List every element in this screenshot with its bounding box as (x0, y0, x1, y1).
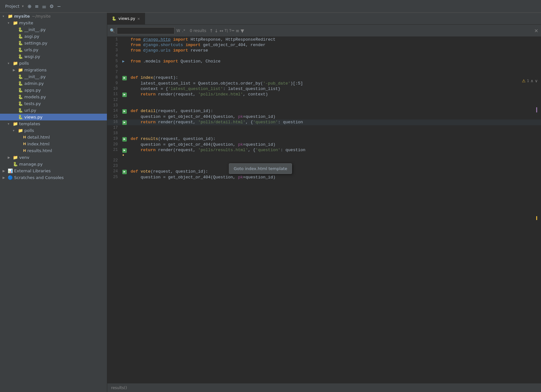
search-option2-button[interactable]: T↔ (229, 29, 234, 33)
code-line-6: 6 (107, 64, 541, 69)
tree-file-views[interactable]: 🐍 views.py (0, 114, 107, 120)
line-gutter: ▶ (122, 169, 129, 175)
line-gutter (122, 37, 129, 42)
goto-template-tooltip[interactable]: Goto index.html template (229, 163, 292, 174)
file-tree: ▾ 📁 mysite ~/mysite ▾ 📁 mysite 🐍 __init_… (0, 13, 107, 392)
search-regex-button[interactable]: .* (182, 29, 185, 33)
line-number: 25 (107, 175, 122, 180)
line-number: 3 (107, 48, 122, 53)
tree-file-detail-html[interactable]: H detail.html (0, 134, 107, 141)
scroll-up-arrow[interactable]: ∧ (530, 78, 534, 83)
tree-label: views.py (24, 115, 43, 119)
tree-folder-polls[interactable]: ▾ 📁 polls (0, 60, 107, 67)
code-line-12: 12 (107, 97, 541, 103)
tree-label: tests.py (24, 101, 41, 106)
main-layout: ▾ 📁 mysite ~/mysite ▾ 📁 mysite 🐍 __init_… (0, 13, 541, 392)
search-option1-button[interactable]: T| (225, 29, 228, 33)
tree-scratches-consoles[interactable]: ▶ 🔵 Scratches and Consoles (0, 174, 107, 181)
search-up-button[interactable]: ↑ (209, 28, 213, 33)
line-number: 23 (107, 163, 122, 169)
tree-label: polls (19, 61, 29, 66)
tab-close-button[interactable]: × (137, 17, 140, 21)
line-gutter (122, 86, 129, 92)
line-gutter (122, 53, 129, 59)
code-line-18: 18 (107, 131, 541, 136)
line-gutter (122, 97, 129, 103)
line-number: 19 (107, 136, 122, 142)
tree-label: venv (19, 155, 29, 160)
status-text: results() (111, 386, 127, 390)
tree-file-asgi[interactable]: 🐍 asgi.py (0, 33, 107, 40)
tree-folder-migrations[interactable]: ▶ 📁 migrations (0, 67, 107, 73)
line-gutter (122, 163, 129, 169)
code-editor[interactable]: ⚠ 1 ∧ ∨ 1 from django.http import HttpRe… (107, 37, 541, 383)
tree-file-wsgi[interactable]: 🐍 wsgi.py (0, 53, 107, 60)
tree-file-tests[interactable]: 🐍 tests.py (0, 100, 107, 107)
code-line-8: 8 ▶ def index(request): (107, 75, 541, 81)
tree-file-url[interactable]: 🐍 url.py (0, 107, 107, 114)
tab-views-py[interactable]: 🐍 views.py × (107, 13, 145, 24)
run-icon: ▶ (122, 76, 127, 80)
project-dropdown-arrow[interactable]: ▾ (22, 4, 24, 8)
settings-icon[interactable]: ⚙ (50, 4, 54, 9)
tree-file-manage[interactable]: 🐍 manage.py (0, 161, 107, 167)
tree-folder-mysite[interactable]: ▾ 📁 mysite (0, 20, 107, 26)
code-table: 1 from django.http import HttpResponse, … (107, 37, 541, 180)
search-modifier-w[interactable]: W (176, 29, 180, 33)
collapse-all-icon[interactable]: ⚌ (42, 4, 46, 9)
search-down-button[interactable]: ↓ (214, 28, 218, 33)
tree-file-models[interactable]: 🐍 models.py (0, 94, 107, 100)
add-icon[interactable]: ⊕ (28, 4, 32, 9)
tree-label: mysite (19, 20, 33, 25)
tree-file-settings[interactable]: 🐍 settings.py (0, 40, 107, 46)
search-filter-button[interactable]: ▼ (241, 28, 244, 33)
run-icon: ▶ (122, 137, 127, 142)
project-label[interactable]: Project (5, 4, 19, 9)
tree-folder-templates[interactable]: ▾ 📁 templates (0, 120, 107, 127)
tree-file-apps[interactable]: 🐍 apps.py (0, 87, 107, 94)
tree-label: asgi.py (24, 34, 39, 39)
search-option3-button[interactable]: ≡ (236, 28, 239, 33)
run-icon: ▶ (122, 120, 127, 125)
line-content: question = get_object_or_404(Question, p… (129, 114, 541, 119)
line-content (129, 163, 541, 169)
code-line-13: 13 (107, 103, 541, 108)
hide-panel-icon[interactable]: − (57, 4, 61, 9)
tab-bar: 🐍 views.py × (107, 13, 541, 25)
line-gutter: ▶ (122, 136, 129, 142)
tree-file-admin[interactable]: 🐍 admin.py (0, 80, 107, 87)
search-navigation: ↑ ↓ ↔ T| T↔ ≡ ▼ (209, 28, 244, 33)
scroll-down-arrow[interactable]: ∨ (535, 78, 538, 83)
tree-folder-polls-templates[interactable]: ▾ 📁 polls (0, 127, 107, 134)
line-content: return render(request, 'polls/results.ht… (129, 147, 541, 158)
line-number: 17 (107, 125, 122, 131)
line-gutter (122, 81, 129, 86)
tree-label: models.py (24, 94, 46, 99)
tree-file-init-polls[interactable]: 🐍 __init__.py (0, 73, 107, 80)
tree-file-index-html[interactable]: H index.html (0, 141, 107, 147)
tree-external-libraries[interactable]: ▶ 📊 External Libraries (0, 167, 107, 174)
code-line-17: 17 (107, 125, 541, 131)
tree-file-init-mysite[interactable]: 🐍 __init__.py (0, 26, 107, 33)
tree-label: External Libraries (14, 168, 51, 173)
tree-root-mysite[interactable]: ▾ 📁 mysite ~/mysite (0, 13, 107, 20)
bookmark-icon: ▶ (122, 59, 125, 64)
scroll-from-source-icon[interactable]: ≡ (35, 4, 39, 9)
code-line-5: 5 ▶ from .models import Question, Choice (107, 59, 541, 64)
tree-label: __init__.py (24, 27, 46, 32)
line-number: 7 (107, 69, 122, 75)
line-number: 8 (107, 75, 122, 81)
search-wrap-button[interactable]: ↔ (220, 28, 223, 33)
line-number: 5 (107, 59, 122, 64)
editor-area: 🐍 views.py × 🔍 W .* 0 results ↑ ↓ ↔ T| T… (107, 13, 541, 392)
code-line-7: 7 (107, 69, 541, 75)
line-gutter: ▶ (122, 59, 129, 64)
line-gutter (122, 69, 129, 75)
search-input[interactable] (117, 27, 174, 34)
search-close-button[interactable]: × (534, 28, 538, 34)
line-content: latest_question_list = Question.objects.… (129, 81, 541, 86)
tree-folder-venv[interactable]: ▶ 📁 venv (0, 154, 107, 161)
tree-file-results-html[interactable]: H results.html (0, 147, 107, 154)
tree-file-urls-mysite[interactable]: 🐍 urls.py (0, 46, 107, 53)
code-line-3: 3 from django.urls import reverse (107, 48, 541, 53)
